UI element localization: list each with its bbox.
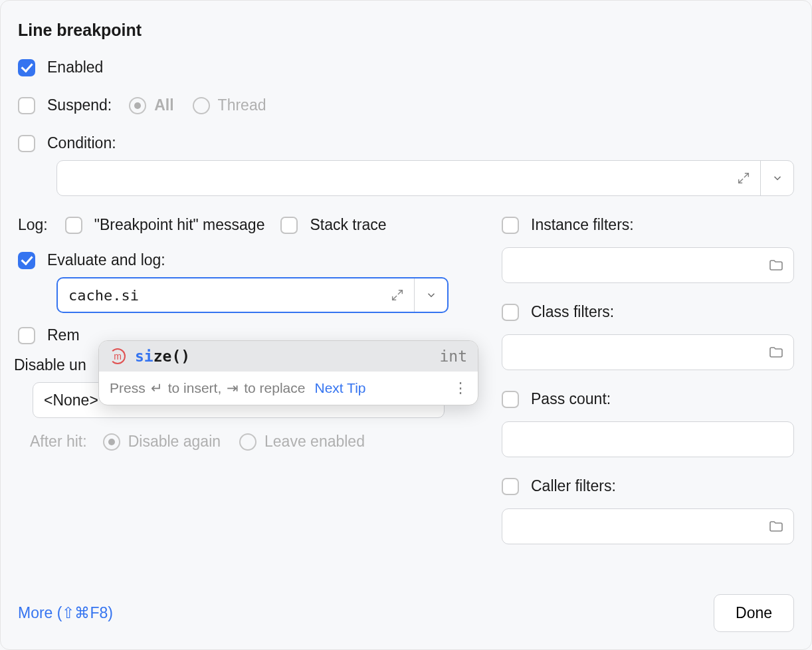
suspend-all-label: All [154,96,173,114]
expand-icon[interactable] [736,171,751,185]
next-tip-link[interactable]: Next Tip [314,380,365,396]
remove-label: Rem [47,326,80,344]
passcount-label: Pass count: [531,390,611,408]
evallog-row: Evaluate and log: [18,251,462,269]
suspend-radio-all[interactable] [129,97,146,114]
autocomplete-item[interactable]: m size () int [99,341,478,372]
class-filter-label: Class filters: [531,303,614,321]
log-row: Log: "Breakpoint hit" message Stack trac… [18,216,462,234]
afterhit-label: After hit: [30,433,87,451]
afterhit-radio-leave[interactable] [239,433,256,451]
suspend-label: Suspend: [47,96,112,114]
passcount-checkbox[interactable] [502,391,519,408]
condition-row: Condition: [18,134,794,152]
class-filter-checkbox[interactable] [502,304,519,321]
disable-until-label: Disable un [14,356,86,374]
evallog-label: Evaluate and log: [47,251,165,269]
log-bphit-checkbox[interactable] [65,217,82,234]
condition-checkbox[interactable] [18,135,35,152]
expand-icon[interactable] [390,288,405,302]
enabled-row: Enabled [18,58,794,76]
enabled-label: Enabled [47,58,103,76]
evallog-history-dropdown[interactable] [414,278,447,312]
enabled-checkbox[interactable] [18,59,35,76]
afterhit-radio-disable[interactable] [103,433,120,451]
condition-label: Condition: [47,134,116,152]
suspend-checkbox[interactable] [18,97,35,114]
instance-filter-group: Instance filters: [502,216,794,283]
caller-filter-checkbox[interactable] [502,478,519,495]
afterhit-row: After hit: Disable again Leave enabled [30,433,462,451]
suspend-thread-label: Thread [218,96,266,114]
suspend-radio-thread[interactable] [193,97,210,114]
instance-filter-checkbox[interactable] [502,217,519,234]
log-stacktrace-label: Stack trace [310,216,386,234]
evallog-checkbox[interactable] [18,252,35,269]
passcount-input[interactable] [502,421,794,457]
method-icon: m [110,348,126,364]
enter-key-icon: ↵ [150,380,164,396]
condition-history-dropdown[interactable] [760,161,793,195]
tab-key-icon: ⇥ [225,380,240,396]
log-bphit-label: "Breakpoint hit" message [94,216,265,234]
folder-icon[interactable] [768,518,784,534]
caller-filter-input[interactable] [502,508,794,544]
afterhit-leave-label: Leave enabled [264,433,365,451]
done-button[interactable]: Done [714,594,794,632]
autocomplete-hint: Press ↵ to insert, ⇥ to replace Next Tip… [99,372,478,405]
panel-title: Line breakpoint [18,21,794,40]
remove-checkbox[interactable] [18,327,35,344]
afterhit-disable-label: Disable again [128,433,221,451]
suspend-row: Suspend: All Thread [18,96,794,114]
class-filter-group: Class filters: [502,303,794,370]
more-link[interactable]: More (⇧⌘F8) [18,604,113,622]
condition-input[interactable] [56,160,794,196]
instance-filter-input[interactable] [502,247,794,283]
folder-icon[interactable] [768,257,784,273]
instance-filter-label: Instance filters: [531,216,634,234]
autocomplete-popup: m size () int Press ↵ to insert, ⇥ to re… [98,340,478,405]
caller-filter-group: Caller filters: [502,477,794,544]
folder-icon[interactable] [768,344,784,360]
class-filter-input[interactable] [502,334,794,370]
evallog-input[interactable]: cache.si [56,277,449,313]
breakpoint-panel: Line breakpoint Enabled Suspend: All Thr… [0,0,812,650]
more-options-icon[interactable]: ⋮ [453,379,467,397]
log-stacktrace-checkbox[interactable] [280,217,298,234]
passcount-group: Pass count: [502,390,794,457]
caller-filter-label: Caller filters: [531,477,616,495]
log-label: Log: [18,216,48,234]
